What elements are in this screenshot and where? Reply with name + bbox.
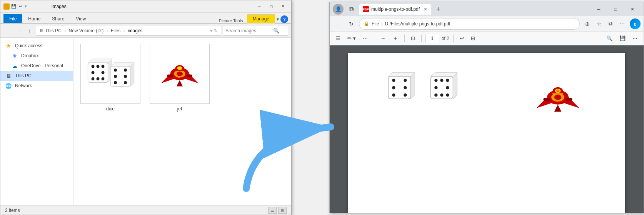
svg-point-46: [446, 86, 449, 89]
tab-close-button[interactable]: ✕: [424, 7, 427, 12]
svg-point-34: [404, 79, 407, 82]
tab-home[interactable]: Home: [22, 14, 46, 23]
pdf-more2-button[interactable]: ⋯: [630, 33, 640, 44]
tab-manage[interactable]: Manage: [247, 14, 275, 23]
svg-point-14: [114, 75, 117, 78]
pdf-more-button[interactable]: ⋯: [360, 33, 370, 44]
pdf-search-button[interactable]: 🔍: [604, 33, 615, 44]
svg-point-35: [392, 86, 395, 89]
title-bar-controls: ─ □ ✕: [254, 2, 288, 11]
pdf-list-view-button[interactable]: ☰: [334, 33, 343, 44]
pdf-jet-group: [529, 68, 587, 127]
workspaces-icon[interactable]: ⧉: [346, 4, 357, 15]
maximize-button[interactable]: □: [266, 2, 277, 11]
breadcrumb-files: Files: [111, 28, 120, 33]
browser-close-button[interactable]: ✕: [624, 2, 641, 16]
svg-point-17: [124, 81, 127, 84]
pdf-draw-button[interactable]: ✏ ▾: [345, 33, 358, 44]
list-item[interactable]: jet: [149, 44, 210, 112]
quick-access-save: 💾: [11, 4, 17, 9]
svg-point-13: [124, 68, 127, 72]
browser-maximize-button[interactable]: □: [607, 2, 624, 16]
address-dropdown[interactable]: ▾: [210, 28, 212, 33]
pdf-toolbar: ☰ ✏ ▾ ⋯ − + ⊡ of 2 ↩ ⊞ 🔍 💾 ⋯: [330, 32, 644, 45]
address-refresh[interactable]: ↻: [214, 28, 218, 33]
pdf-jet-svg: [529, 68, 587, 126]
forward-button[interactable]: →: [14, 26, 23, 35]
address-url: D:/Files/multiple-pngs-to-pdf.pdf: [385, 21, 450, 27]
profile-icon[interactable]: 👤: [333, 4, 344, 15]
jet-svg: [155, 49, 205, 99]
pdf-viewer: cx="22": [330, 45, 644, 213]
browser-tab[interactable]: PDF multiple-pngs-to-pdf.pdf ✕: [359, 4, 431, 15]
status-bar: 2 items ☰ ⊞: [0, 205, 291, 215]
sidebar-item-network[interactable]: 🌐 Network: [0, 81, 73, 91]
pdf-page-total: of 2: [442, 36, 449, 41]
pdf-fit-page-button[interactable]: ⊡: [409, 33, 417, 44]
browser-minimize-button[interactable]: ─: [591, 2, 607, 16]
sidebar-item-dropbox[interactable]: ❋ Dropbox: [0, 51, 73, 61]
browser-window: 👤 ⧉ PDF multiple-pngs-to-pdf.pdf ✕ + ─ □…: [329, 2, 644, 213]
address-protocol: File: [372, 21, 379, 27]
help-button[interactable]: ?: [280, 15, 288, 23]
minimize-button[interactable]: ─: [254, 2, 265, 11]
zoom-button[interactable]: ⊕: [582, 18, 593, 29]
address-path[interactable]: 🖥 This PC › New Volume (D:) › Files › im…: [36, 26, 221, 36]
tab-file[interactable]: File: [3, 14, 22, 23]
pdf-page-input[interactable]: [425, 34, 439, 43]
tab-share[interactable]: Share: [46, 14, 70, 23]
explorer-title-bar: 💾 ↩ ▾ images ─ □ ✕: [0, 0, 291, 13]
search-box[interactable]: 🔍: [223, 26, 288, 36]
profile-avatar: 👤: [335, 6, 342, 12]
svg-point-16: [114, 81, 117, 84]
sidebar: ★ Quick access ❋ Dropbox ☁ OneDrive - Pe…: [0, 38, 73, 205]
svg-point-38: [404, 93, 407, 97]
status-view-icons: ☰ ⊞: [268, 207, 287, 214]
sidebar-item-quick-access[interactable]: ★ Quick access: [0, 41, 73, 51]
address-bar: ← → ↑ 🖥 This PC › New Volume (D:) › File…: [0, 24, 291, 38]
list-item[interactable]: dice: [80, 44, 141, 112]
collapse-ribbon-icon[interactable]: ▾: [277, 17, 279, 22]
pdf-zoom-out-button[interactable]: −: [378, 33, 388, 43]
sidebar-item-this-pc[interactable]: 🖥 This PC: [0, 71, 73, 81]
file-grid: dice: [80, 44, 285, 112]
pdf-fit-width-button[interactable]: ⊞: [469, 33, 477, 44]
explorer-window: 💾 ↩ ▾ images ─ □ ✕ File Home Share View …: [0, 0, 292, 215]
back-button[interactable]: ←: [3, 26, 13, 35]
svg-point-5: [102, 71, 105, 74]
splitscreen-button[interactable]: ⧉: [605, 18, 616, 29]
close-button[interactable]: ✕: [277, 2, 288, 11]
title-bar-left: 💾 ↩ ▾ images: [3, 3, 67, 10]
tab-view[interactable]: View: [70, 14, 92, 23]
browser-address-bar[interactable]: 🔒 File | D:/Files/multiple-pngs-to-pdf.p…: [359, 18, 580, 30]
pdf-dice1-svg: cx="22": [387, 68, 425, 107]
new-tab-button[interactable]: +: [433, 4, 444, 15]
browser-tab-bar: PDF multiple-pngs-to-pdf.pdf ✕ +: [359, 4, 588, 15]
pdf-page: cx="22": [348, 53, 625, 213]
pc-icon: 🖥: [5, 73, 12, 79]
file-name-dice: dice: [106, 106, 115, 112]
svg-point-47: [434, 93, 437, 97]
svg-point-6: [92, 77, 95, 80]
pdf-prev-page-button[interactable]: ↩: [457, 33, 466, 44]
view-large-icons-button[interactable]: ⊞: [278, 207, 287, 214]
breadcrumb-pc: 🖥 This PC: [39, 28, 62, 33]
more-button[interactable]: ⋯: [617, 18, 627, 29]
svg-point-45: [434, 86, 437, 89]
up-button[interactable]: ↑: [25, 26, 34, 35]
status-items: 2 items: [5, 208, 20, 213]
pdf-separator-3: [421, 35, 422, 42]
svg-point-12: [114, 68, 117, 72]
pdf-zoom-in-button[interactable]: +: [390, 33, 400, 43]
pdf-save-button[interactable]: 💾: [617, 33, 628, 44]
breadcrumb-drive: New Volume (D:): [68, 28, 103, 33]
browser-refresh-button[interactable]: ↻: [346, 18, 357, 29]
search-input[interactable]: [225, 28, 272, 33]
view-details-button[interactable]: ☰: [268, 207, 277, 214]
svg-marker-60: [554, 105, 562, 112]
browser-back-button[interactable]: ←: [333, 18, 344, 29]
favorites-button[interactable]: ☆: [594, 18, 604, 29]
sidebar-label-this-pc: This PC: [15, 73, 32, 78]
pdf-separator-2: [404, 35, 405, 42]
sidebar-item-onedrive[interactable]: ☁ OneDrive - Personal: [0, 61, 73, 71]
